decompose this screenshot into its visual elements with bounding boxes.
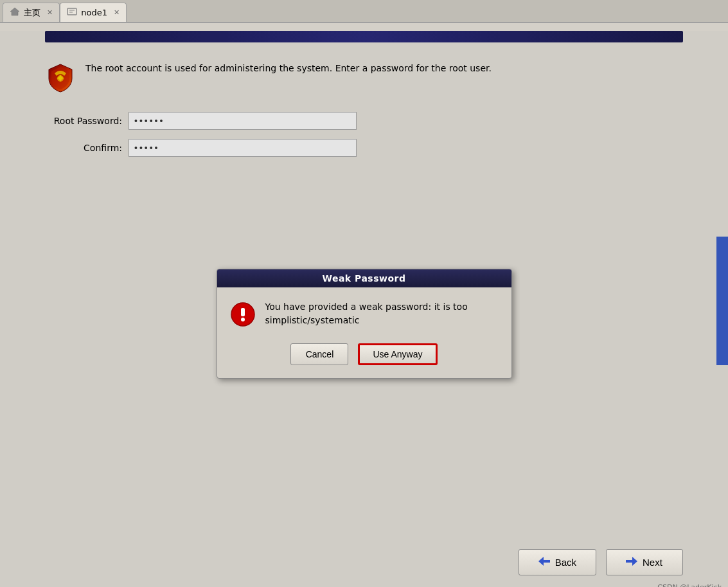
bottom-bar: Back Next xyxy=(519,549,683,575)
tab-home[interactable]: 主页 ✕ xyxy=(3,3,60,22)
svg-rect-7 xyxy=(241,308,245,316)
svg-marker-0 xyxy=(10,8,19,15)
next-button[interactable]: Next xyxy=(606,549,683,575)
back-label: Back xyxy=(555,557,576,568)
use-anyway-button[interactable]: Use Anyway xyxy=(358,343,437,365)
dialog-title: Weak Password xyxy=(322,273,405,284)
tab-home-label: 主页 xyxy=(24,7,40,19)
dialog-titlebar: Weak Password xyxy=(217,269,511,287)
dialog-buttons: Cancel Use Anyway xyxy=(217,337,511,378)
svg-marker-10 xyxy=(626,557,637,566)
weak-password-dialog: Weak Password You have provided a weak p… xyxy=(217,269,512,379)
svg-point-8 xyxy=(241,318,245,321)
tab-node1[interactable]: node1 ✕ xyxy=(60,3,127,22)
svg-marker-9 xyxy=(538,557,550,566)
tab-home-close[interactable]: ✕ xyxy=(47,8,53,17)
svg-rect-1 xyxy=(67,8,76,15)
cancel-button[interactable]: Cancel xyxy=(290,343,348,365)
next-label: Next xyxy=(643,557,662,568)
error-icon xyxy=(230,302,256,327)
node1-icon xyxy=(67,6,77,19)
back-button[interactable]: Back xyxy=(519,549,596,575)
tab-node1-label: node1 xyxy=(81,8,107,17)
main-content: ✦ The root account is used for administe… xyxy=(0,31,728,587)
home-icon xyxy=(10,6,20,19)
next-arrow-icon xyxy=(626,556,637,568)
watermark: CSDN @LaderKick xyxy=(657,583,722,587)
dialog-body: You have provided a weak password: it is… xyxy=(217,287,511,337)
tab-node1-close[interactable]: ✕ xyxy=(114,8,120,17)
back-arrow-icon xyxy=(538,556,550,568)
tab-bar: 主页 ✕ node1 ✕ xyxy=(0,0,728,23)
dialog-message: You have provided a weak password: it is… xyxy=(265,300,499,327)
modal-overlay: Weak Password You have provided a weak p… xyxy=(0,31,728,587)
